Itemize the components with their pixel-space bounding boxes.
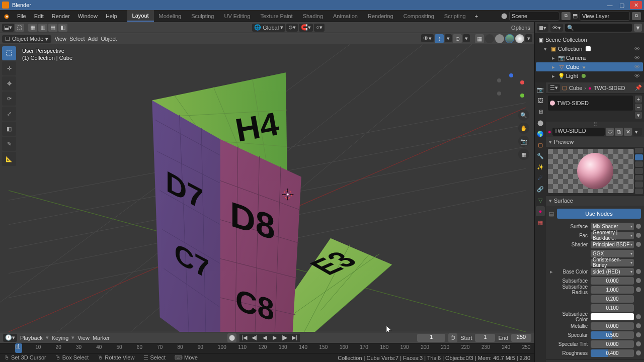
toggle-overlays-button[interactable]: ⊙ xyxy=(453,34,462,43)
tool-settings-edge[interactable]: ▥ xyxy=(38,24,47,32)
property-value[interactable]: 0.000 xyxy=(591,340,634,348)
node-socket-icon[interactable] xyxy=(636,269,641,274)
outliner-collection[interactable]: ▾▣ Collection 👁 xyxy=(536,44,643,53)
slot-remove-button[interactable]: − xyxy=(635,104,642,111)
orientation-selector[interactable]: 🌐 Global ▾ xyxy=(252,24,285,32)
menu-render[interactable]: Render xyxy=(48,10,74,22)
workspace-tab-layout[interactable]: Layout xyxy=(127,10,154,22)
pan-button[interactable]: ✋ xyxy=(518,123,529,134)
workspace-tab-animation[interactable]: Animation xyxy=(328,10,363,22)
panel-surface-header[interactable]: ▾Surface xyxy=(546,196,644,206)
next-keyframe-button[interactable]: |▶ xyxy=(280,334,290,342)
viewlayer-field[interactable] xyxy=(580,12,630,21)
menu-add[interactable]: Add xyxy=(88,36,98,42)
timeline-view-menu[interactable]: View xyxy=(77,335,90,341)
outliner-filter-button[interactable]: ▼ xyxy=(634,24,642,32)
menu-file[interactable]: File xyxy=(13,10,30,22)
property-value[interactable]: Geometry | Backfaci... xyxy=(591,232,634,239)
proptab-data[interactable]: ▽ xyxy=(536,195,545,205)
shading-solid-button[interactable] xyxy=(495,34,504,43)
play-button[interactable]: ▶ xyxy=(270,334,280,342)
outliner-item-light[interactable]: ▸💡 Light 👁 xyxy=(536,71,643,80)
menu-select[interactable]: Select xyxy=(69,36,85,42)
node-socket-icon[interactable] xyxy=(636,332,641,337)
property-value[interactable]: 1.000 xyxy=(591,286,634,294)
tool-cursor[interactable]: ✛ xyxy=(2,61,16,75)
proptab-particles[interactable]: ✨ xyxy=(536,162,545,172)
mode-selector[interactable]: ☐ Object Mode ▾ xyxy=(2,35,51,43)
outliner-search[interactable]: 🔍 xyxy=(565,24,632,32)
property-value[interactable]: 0.100 xyxy=(591,304,634,312)
material-link-dropdown[interactable]: ▾ xyxy=(633,128,642,136)
property-value[interactable] xyxy=(591,313,634,320)
prev-keyframe-button[interactable]: ◀| xyxy=(250,334,260,342)
menu-window[interactable]: Window xyxy=(74,10,102,22)
workspace-tab-texturepaint[interactable]: Texture Paint xyxy=(255,10,297,22)
node-socket-icon[interactable] xyxy=(636,224,641,229)
outliner-display-mode[interactable]: 👁▾ xyxy=(550,24,563,32)
start-frame-field[interactable]: 1 xyxy=(475,334,495,342)
pin-icon[interactable]: 📌 xyxy=(635,84,642,91)
property-value[interactable]: Principled BSDF xyxy=(591,241,634,248)
properties-editortype[interactable]: ☰▾ xyxy=(548,84,560,92)
property-value[interactable]: side1 (RED) xyxy=(591,268,634,276)
preview-cloth-button[interactable] xyxy=(635,182,643,187)
viewlayer-new-button[interactable]: ⧉ xyxy=(632,12,641,20)
property-value[interactable]: 0.000 xyxy=(591,277,634,285)
minimize-button[interactable]: — xyxy=(604,1,616,9)
proptab-object[interactable]: ▢ xyxy=(536,140,545,150)
overlays-dropdown[interactable]: ▾ xyxy=(463,34,470,42)
playback-menu[interactable]: Playback xyxy=(20,335,43,341)
node-socket-icon[interactable] xyxy=(636,350,641,355)
workspace-tab-uvediting[interactable]: UV Editing xyxy=(219,10,255,22)
toggle-xray-button[interactable]: ▦ xyxy=(475,34,484,43)
material-unlink-button[interactable]: ✕ xyxy=(624,128,632,136)
proptab-texture[interactable]: ▦ xyxy=(536,217,545,227)
preview-cube-button[interactable] xyxy=(635,161,643,167)
workspace-tab-shading[interactable]: Shading xyxy=(298,10,328,22)
proptab-render[interactable]: 📷 xyxy=(536,84,545,95)
rewind-button[interactable]: |◀ xyxy=(239,334,250,342)
visibility-toggle[interactable]: 👁 xyxy=(634,55,640,61)
tool-settings-normal[interactable]: ◧ xyxy=(58,24,67,32)
proptab-material[interactable]: ● xyxy=(536,206,545,216)
pivot-selector[interactable]: ⊚▾ xyxy=(286,24,298,32)
editor-type-timeline[interactable]: 🕐▾ xyxy=(3,334,17,342)
viewport-3d[interactable]: E3 H4 3 xyxy=(0,44,534,332)
marker-menu[interactable]: Marker xyxy=(93,335,110,341)
tool-settings-vertex[interactable]: ▦ xyxy=(28,24,37,32)
material-newcopy-button[interactable]: ⧉ xyxy=(615,128,623,136)
tool-measure[interactable]: 📐 xyxy=(2,152,16,166)
menu-edit[interactable]: Edit xyxy=(30,10,48,22)
menu-object[interactable]: Object xyxy=(101,36,117,42)
close-button[interactable]: ✕ xyxy=(630,1,642,9)
proptab-physics[interactable]: ☄ xyxy=(536,173,545,183)
shading-dropdown[interactable]: ▾ xyxy=(525,34,532,42)
material-fakeuser-button[interactable]: 🛡 xyxy=(606,128,614,136)
visibility-toggle[interactable]: 👁 xyxy=(634,64,640,70)
preview-sphere-button[interactable] xyxy=(635,154,643,160)
menu-help[interactable]: Help xyxy=(102,10,121,22)
menu-view[interactable]: View xyxy=(54,36,66,42)
tool-scale[interactable]: ⤢ xyxy=(2,107,16,121)
proportional-edit-selector[interactable]: ○▾ xyxy=(314,24,325,32)
workspace-tab-compositing[interactable]: Compositing xyxy=(398,10,439,22)
proptab-modifier[interactable]: 🔧 xyxy=(536,151,545,161)
material-slot[interactable]: TWO-SIDED xyxy=(548,96,633,111)
scene-field[interactable] xyxy=(509,12,559,21)
timeline-ruler[interactable]: 1 01020304050607080901001101201301401501… xyxy=(0,343,534,353)
select-box-icon[interactable] xyxy=(15,24,24,32)
node-socket-icon[interactable] xyxy=(636,242,641,247)
preview-range-button[interactable]: ⏱ xyxy=(448,333,457,342)
editor-type-3dview[interactable]: ⬓▾ xyxy=(2,24,14,32)
workspace-tab-sculpting[interactable]: Sculpting xyxy=(186,10,219,22)
proptab-output[interactable]: 🖼 xyxy=(536,96,545,106)
outliner-editortype[interactable]: ≣▾ xyxy=(537,24,548,32)
property-value[interactable]: 0.200 xyxy=(591,295,634,303)
workspace-tab-modeling[interactable]: Modeling xyxy=(154,10,187,22)
node-socket-icon[interactable] xyxy=(636,287,641,292)
node-socket-icon[interactable] xyxy=(636,341,641,346)
tool-select-box[interactable] xyxy=(2,46,16,60)
tool-transform[interactable]: ◧ xyxy=(2,122,16,136)
slot-menu-button[interactable]: ▾ xyxy=(635,112,642,119)
